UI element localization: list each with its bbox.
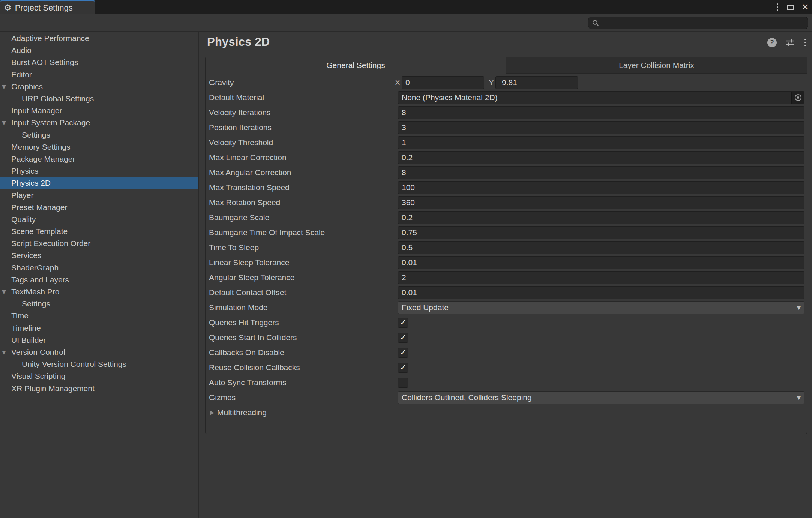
maximize-icon[interactable] xyxy=(787,5,794,10)
velocity-threshold-input[interactable]: 1 xyxy=(398,136,804,149)
auto-sync-transforms-checkbox[interactable] xyxy=(398,378,408,388)
max-angular-correction-input[interactable]: 8 xyxy=(398,166,804,179)
sidebar-item-label: Graphics xyxy=(11,82,43,91)
sidebar-item-quality[interactable]: Quality xyxy=(0,213,198,225)
callbacks-on-disable-checkbox[interactable] xyxy=(398,348,408,358)
settings-row-max-angular-correction: Max Angular Correction8 xyxy=(209,165,804,180)
sidebar-item-time[interactable]: Time xyxy=(0,310,198,322)
sidebar-item-visual-scripting[interactable]: Visual Scripting xyxy=(0,370,198,382)
field-text: 360 xyxy=(402,198,415,207)
object-field-value: None (Physics Material 2D) xyxy=(398,93,791,102)
help-icon[interactable]: ? xyxy=(767,38,777,47)
field-text: 0.75 xyxy=(402,228,417,237)
sidebar-item-editor[interactable]: Editor xyxy=(0,69,198,81)
window-tab-project-settings[interactable]: ⚙ Project Settings xyxy=(0,0,95,14)
preset-icon[interactable] xyxy=(785,38,795,47)
project-settings-window: ⚙ Project Settings ✕ Adaptive Performanc… xyxy=(0,0,812,518)
max-linear-correction-input[interactable]: 0.2 xyxy=(398,151,804,164)
field-text: 0.5 xyxy=(402,243,413,252)
axis-label-y: Y xyxy=(489,78,495,87)
sidebar-item-label: ShaderGraph xyxy=(11,263,59,272)
window-menu-icon[interactable] xyxy=(775,3,780,12)
sidebar-item-version-control[interactable]: ▼Version Control xyxy=(0,346,198,358)
velocity-iterations-input[interactable]: 8 xyxy=(398,106,804,119)
field-value-area: 3 xyxy=(395,121,804,134)
gizmos-dropdown[interactable]: Colliders Outlined, Colliders Sleeping▼ xyxy=(398,391,804,404)
settings-row-time-to-sleep: Time To Sleep0.5 xyxy=(209,240,804,255)
foldout-open-icon[interactable]: ▼ xyxy=(2,84,6,90)
queries-start-in-colliders-checkbox[interactable] xyxy=(398,333,408,343)
sidebar-item-shadergraph[interactable]: ShaderGraph xyxy=(0,262,198,274)
sidebar-item-physics[interactable]: Physics xyxy=(0,165,198,177)
sidebar-item-package-manager[interactable]: Package Manager xyxy=(0,153,198,165)
panel-header-icons: ? xyxy=(767,38,807,47)
sidebar-item-services[interactable]: Services xyxy=(0,249,198,261)
tab-layer-collision-matrix[interactable]: Layer Collision Matrix xyxy=(506,57,807,74)
sidebar-item-urp-global-settings[interactable]: URP Global Settings xyxy=(0,93,198,105)
sidebar-item-physics-2d[interactable]: Physics 2D xyxy=(0,177,198,189)
settings-row-max-linear-correction: Max Linear Correction0.2 xyxy=(209,150,804,165)
reuse-collision-callbacks-checkbox[interactable] xyxy=(398,363,408,373)
sidebar-item-scene-template[interactable]: Scene Template xyxy=(0,225,198,237)
chevron-down-icon: ▼ xyxy=(797,305,801,311)
sidebar-item-label: Burst AOT Settings xyxy=(11,58,78,67)
gravity-x-input[interactable]: 0 xyxy=(402,76,484,89)
sidebar-item-graphics[interactable]: ▼Graphics xyxy=(0,81,198,93)
sidebar-item-ui-builder[interactable]: UI Builder xyxy=(0,334,198,346)
search-input[interactable] xyxy=(602,19,804,27)
field-text: 0.2 xyxy=(402,213,413,222)
sidebar-item-unity-version-control-settings[interactable]: Unity Version Control Settings xyxy=(0,358,198,370)
max-rotation-speed-input[interactable]: 360 xyxy=(398,196,804,209)
foldout-open-icon[interactable]: ▼ xyxy=(2,289,6,295)
foldout-open-icon[interactable]: ▼ xyxy=(2,120,6,126)
default-material-object-field[interactable]: None (Physics Material 2D) xyxy=(398,91,804,104)
sidebar-item-preset-manager[interactable]: Preset Manager xyxy=(0,201,198,213)
baumgarte-scale-input[interactable]: 0.2 xyxy=(398,211,804,224)
position-iterations-input[interactable]: 3 xyxy=(398,121,804,134)
object-picker-button[interactable] xyxy=(791,92,804,104)
field-value-area: 1 xyxy=(395,136,804,149)
foldout-collapsed-icon[interactable]: ▶ xyxy=(209,409,217,416)
default-contact-offset-input[interactable]: 0.01 xyxy=(398,286,804,299)
field-value-area: None (Physics Material 2D) xyxy=(395,91,804,104)
sidebar-item-input-system-package[interactable]: ▼Input System Package xyxy=(0,117,198,129)
sidebar-item-xr-plugin-management[interactable]: XR Plugin Management xyxy=(0,382,198,394)
sidebar-item-memory-settings[interactable]: Memory Settings xyxy=(0,141,198,153)
settings-row-callbacks-on-disable: Callbacks On Disable xyxy=(209,345,804,360)
foldout-open-icon[interactable]: ▼ xyxy=(2,349,6,355)
sidebar-item-audio[interactable]: Audio xyxy=(0,44,198,56)
sidebar-item-timeline[interactable]: Timeline xyxy=(0,322,198,334)
angular-sleep-tolerance-input[interactable]: 2 xyxy=(398,271,804,284)
sidebar-item-settings[interactable]: Settings xyxy=(0,298,198,310)
search-box[interactable] xyxy=(588,17,808,29)
dropdown-value: Fixed Update xyxy=(402,303,794,312)
queries-hit-triggers-checkbox[interactable] xyxy=(398,318,408,328)
baumgarte-time-of-impact-scale-input[interactable]: 0.75 xyxy=(398,226,804,239)
settings-row-velocity-iterations: Velocity Iterations8 xyxy=(209,105,804,120)
field-label: Velocity Iterations xyxy=(209,108,395,117)
sidebar-item-label: Editor xyxy=(11,70,32,79)
sidebar-item-input-manager[interactable]: Input Manager xyxy=(0,105,198,117)
sidebar-item-textmesh-pro[interactable]: ▼TextMesh Pro xyxy=(0,286,198,298)
sidebar-item-label: Time xyxy=(11,311,29,320)
tab-general-settings[interactable]: General Settings xyxy=(206,57,506,74)
sidebar-item-tags-and-layers[interactable]: Tags and Layers xyxy=(0,274,198,286)
close-icon[interactable]: ✕ xyxy=(801,3,809,12)
field-text: 0.2 xyxy=(402,153,413,162)
field-value-area: Fixed Update▼ xyxy=(395,301,804,314)
sidebar-item-adaptive-performance[interactable]: Adaptive Performance xyxy=(0,32,198,44)
sidebar-item-script-execution-order[interactable]: Script Execution Order xyxy=(0,237,198,249)
field-text: 1 xyxy=(402,138,406,147)
simulation-mode-dropdown[interactable]: Fixed Update▼ xyxy=(398,301,804,314)
sidebar-item-settings[interactable]: Settings xyxy=(0,129,198,141)
panel-menu-icon[interactable] xyxy=(803,38,807,47)
field-label: Linear Sleep Tolerance xyxy=(209,258,395,267)
field-label: Queries Start In Colliders xyxy=(209,333,395,342)
time-to-sleep-input[interactable]: 0.5 xyxy=(398,241,804,254)
linear-sleep-tolerance-input[interactable]: 0.01 xyxy=(398,256,804,269)
sidebar-item-burst-aot-settings[interactable]: Burst AOT Settings xyxy=(0,56,198,68)
max-translation-speed-input[interactable]: 100 xyxy=(398,181,804,194)
field-value-area: 2 xyxy=(395,271,804,284)
sidebar-item-player[interactable]: Player xyxy=(0,189,198,201)
gravity-y-input[interactable]: -9.81 xyxy=(495,76,578,89)
